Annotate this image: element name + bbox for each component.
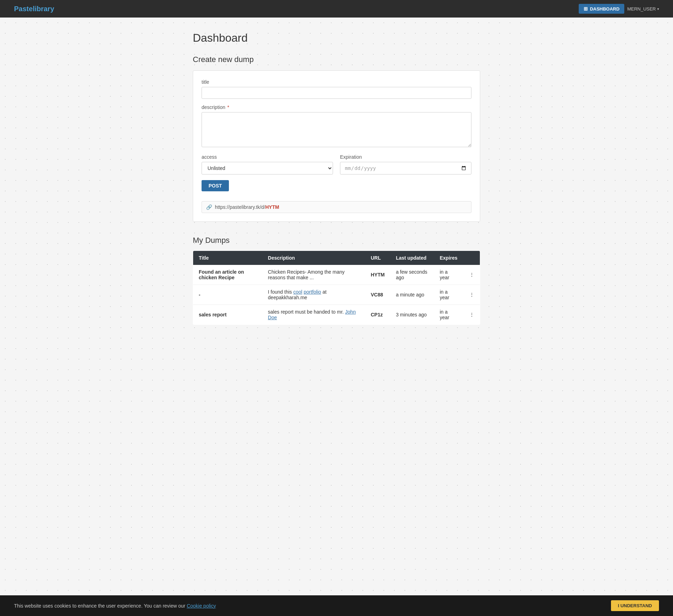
create-dump-section-title: Create new dump <box>193 55 480 64</box>
expiration-group: Expiration <box>340 154 471 174</box>
dumps-table: Title Description URL Last updated Expir… <box>193 251 480 325</box>
table-row: - I found this cool portfolio at deepakk… <box>193 285 480 305</box>
expiration-date-input[interactable] <box>340 162 471 174</box>
access-expiration-row: access Unlisted Public Private Expiratio… <box>202 154 471 174</box>
page-title: Dashboard <box>193 32 480 45</box>
user-menu[interactable]: MERN_USER <box>627 6 659 12</box>
navbar: Pastelibrary DASHBOARD MERN_USER <box>0 0 673 18</box>
post-button[interactable]: POST <box>202 180 229 191</box>
url-slug: HYTM <box>265 204 279 210</box>
create-dump-form-card: title description * access Unlisted Publ… <box>193 70 480 222</box>
url-text: https://pastelibrary.tk/d/HYTM <box>215 204 279 210</box>
row2-url: VC88 <box>365 285 390 305</box>
row2-link-cool[interactable]: cool <box>293 289 302 295</box>
title-form-group: title <box>202 79 471 99</box>
row2-last-updated: a minute ago <box>390 285 434 305</box>
row3-expires: in a year <box>434 305 464 325</box>
cookie-policy-link[interactable]: Cookie policy <box>187 603 216 609</box>
row3-menu-button[interactable]: ⋮ <box>464 305 480 325</box>
table-row: sales report sales report must be handed… <box>193 305 480 325</box>
access-label: access <box>202 154 333 160</box>
title-label: title <box>202 79 471 85</box>
row1-title: Found an article on chicken Recipe <box>193 265 263 285</box>
col-last-updated: Last updated <box>390 251 434 265</box>
title-input[interactable] <box>202 87 471 99</box>
col-description: Description <box>262 251 365 265</box>
expiration-label: Expiration <box>340 154 471 160</box>
brand-logo[interactable]: Pastelibrary <box>14 5 54 13</box>
row2-menu-button[interactable]: ⋮ <box>464 285 480 305</box>
row2-link-portfolio[interactable]: portfolio <box>304 289 321 295</box>
navbar-right: DASHBOARD MERN_USER <box>579 4 659 14</box>
table-header: Title Description URL Last updated Expir… <box>193 251 480 265</box>
col-actions <box>464 251 480 265</box>
cookie-banner: This website uses cookies to enhance the… <box>0 595 673 616</box>
url-prefix: https://pastelibrary.tk/d/ <box>215 204 265 210</box>
table-row: Found an article on chicken Recipe Chick… <box>193 265 480 285</box>
row1-description: Chicken Recipes- Among the many reasons … <box>262 265 365 285</box>
access-select[interactable]: Unlisted Public Private <box>202 162 333 174</box>
cookie-message: This website uses cookies to enhance the… <box>14 603 187 609</box>
row2-description: I found this cool portfolio at deepakkha… <box>262 285 365 305</box>
page-container: Dashboard Create new dump title descript… <box>186 32 487 325</box>
required-star: * <box>226 104 229 110</box>
my-dumps-section-title: My Dumps <box>193 236 480 245</box>
col-title: Title <box>193 251 263 265</box>
brand-text-paste: Paste <box>14 5 33 13</box>
post-button-container: POST <box>202 180 471 197</box>
row2-title: - <box>193 285 263 305</box>
row1-url: HYTM <box>365 265 390 285</box>
row3-description: sales report must be handed to mr. John … <box>262 305 365 325</box>
link-icon: 🔗 <box>206 204 212 210</box>
cookie-text: This website uses cookies to enhance the… <box>14 603 604 609</box>
description-textarea[interactable] <box>202 112 471 147</box>
table-header-row: Title Description URL Last updated Expir… <box>193 251 480 265</box>
row3-link-johndoe[interactable]: John Doe <box>268 309 356 320</box>
row1-last-updated: a few seconds ago <box>390 265 434 285</box>
brand-text-library: library <box>33 5 54 13</box>
dashboard-nav-button[interactable]: DASHBOARD <box>579 4 625 14</box>
row2-expires: in a year <box>434 285 464 305</box>
row1-expires: in a year <box>434 265 464 285</box>
row3-title: sales report <box>193 305 263 325</box>
description-label: description * <box>202 104 471 110</box>
access-group: access Unlisted Public Private <box>202 154 333 174</box>
cookie-understand-button[interactable]: I UNDERSTAND <box>611 600 659 611</box>
description-form-group: description * <box>202 104 471 149</box>
row1-menu-button[interactable]: ⋮ <box>464 265 480 285</box>
row3-url: CP1z <box>365 305 390 325</box>
table-body: Found an article on chicken Recipe Chick… <box>193 265 480 325</box>
main-content: Dashboard Create new dump title descript… <box>0 18 673 616</box>
col-expires: Expires <box>434 251 464 265</box>
url-display: 🔗 https://pastelibrary.tk/d/HYTM <box>202 201 471 213</box>
col-url: URL <box>365 251 390 265</box>
row3-last-updated: 3 minutes ago <box>390 305 434 325</box>
